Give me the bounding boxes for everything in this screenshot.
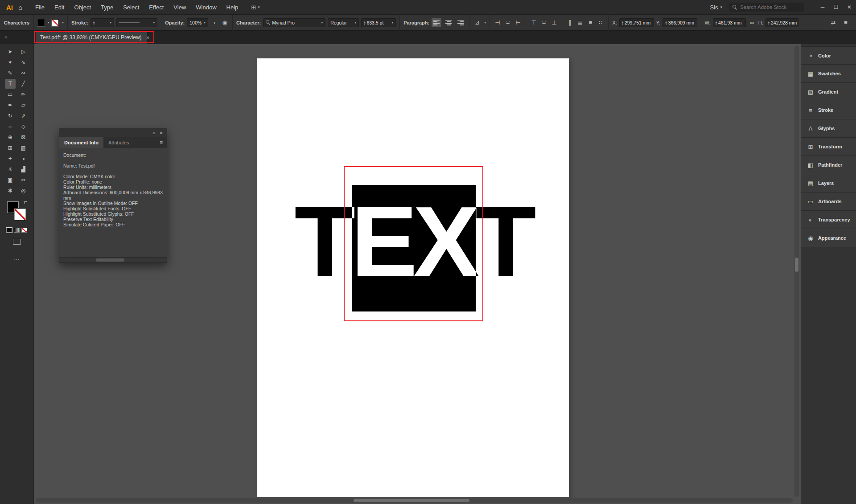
panel-item-color[interactable]: ◑ Color (801, 46, 856, 65)
align-vertical-center-icon[interactable]: ≍ (540, 18, 548, 27)
magic-wand-tool[interactable]: ✶ (5, 57, 16, 67)
chevron-down-icon[interactable]: ▾ (391, 20, 393, 25)
font-style-value[interactable]: Regular (330, 20, 347, 25)
menu-object[interactable]: Object (69, 0, 96, 15)
panel-item-stroke[interactable]: ≡ Stroke (801, 101, 856, 119)
menu-select[interactable]: Select (118, 0, 144, 15)
stroke-color-swatch[interactable] (52, 19, 59, 26)
blend-tool[interactable]: ◑ (18, 154, 29, 164)
home-icon[interactable]: ⌂ (18, 4, 22, 11)
panel-item-glyphs[interactable]: A Glyphs (801, 119, 856, 138)
chevron-down-icon[interactable]: ▾ (110, 20, 111, 25)
menu-file[interactable]: File (30, 0, 49, 15)
horizontal-scrollbar[interactable] (36, 498, 793, 503)
workspace-switcher[interactable]: Sis ▾ (710, 4, 722, 11)
distribute-vertical-icon[interactable]: ≣ (576, 18, 584, 27)
gradient-tool[interactable]: ▨ (18, 143, 29, 153)
align-text-left-button[interactable] (432, 18, 441, 27)
width-tool[interactable]: ⇔ (5, 122, 16, 131)
align-text-center-button[interactable] (444, 18, 453, 27)
menu-view[interactable]: View (169, 0, 191, 15)
tab-document-info[interactable]: Document Info (59, 137, 103, 148)
chevron-down-icon[interactable]: ▾ (204, 20, 206, 25)
color-button[interactable] (6, 228, 12, 233)
maximize-button[interactable]: ☐ (829, 0, 843, 15)
recolor-artwork-icon[interactable]: ◉ (221, 18, 229, 27)
menu-type[interactable]: Type (96, 0, 118, 15)
none-button[interactable] (21, 228, 27, 233)
width-field[interactable]: ▴▾ 461,93 mm (713, 18, 746, 27)
vertical-scrollbar[interactable] (794, 46, 799, 497)
align-horizontal-right-icon[interactable]: ⊢ (514, 18, 522, 27)
font-family-dropdown[interactable]: Myriad Pro ▾ (263, 18, 325, 27)
variable-width-profile-dropdown[interactable]: ▾ (116, 18, 157, 27)
align-options-grid-icon[interactable]: ∷ (597, 18, 605, 27)
text-options-icon[interactable]: ⊿ (473, 18, 481, 27)
align-vertical-top-icon[interactable]: ⊤ (530, 18, 538, 27)
collapse-panels-icon[interactable]: « (4, 34, 7, 40)
opacity-options-arrow-icon[interactable]: › (210, 18, 218, 27)
chevron-down-icon[interactable]: ▾ (484, 20, 486, 25)
panel-resize-grip[interactable] (59, 257, 167, 262)
slice-tool[interactable]: ✂ (18, 175, 29, 185)
artboard[interactable]: TEXT TEXT (257, 58, 569, 497)
symbol-sprayer-tool[interactable]: ✳ (5, 164, 16, 174)
zoom-tool[interactable]: ◎ (18, 186, 29, 196)
stepper-icon[interactable]: ▴▾ (716, 20, 717, 25)
link-dimensions-icon[interactable]: ∞ (748, 18, 756, 27)
stroke-color-indicator[interactable] (14, 209, 26, 220)
search-input[interactable] (740, 4, 798, 10)
align-horizontal-center-icon[interactable]: ≍ (504, 18, 512, 27)
mesh-tool[interactable]: ⊞ (5, 143, 16, 153)
panel-item-gradient[interactable]: ▧ Gradient (801, 83, 856, 101)
font-family-value[interactable]: Myriad Pro (272, 20, 295, 25)
direct-selection-tool[interactable]: ▷ (18, 47, 29, 57)
chevron-down-icon[interactable]: ▾ (321, 20, 323, 25)
x-position-value[interactable]: 299,751 mm (625, 20, 650, 25)
controlbar-menu-icon[interactable]: ≡ (842, 18, 850, 27)
column-graph-tool[interactable]: ▟ (18, 164, 29, 174)
lasso-tool[interactable]: ∿ (18, 57, 29, 67)
edit-toolbar-icon[interactable]: ⋯ (0, 256, 33, 263)
panel-menu-icon[interactable]: ≡ (160, 139, 167, 146)
close-window-button[interactable]: ✕ (843, 0, 856, 15)
panel-item-swatches[interactable]: ▦ Swatches (801, 65, 856, 83)
curvature-tool[interactable]: ∾ (18, 68, 29, 78)
panel-item-pathfinder[interactable]: ◧ Pathfinder (801, 156, 856, 174)
x-position-field[interactable]: ▴▾ 299,751 mm (619, 18, 654, 27)
illustrator-logo[interactable]: Ai (6, 4, 13, 11)
canvas-pasteboard[interactable]: TEXT TEXT « ✕ Document Info Attributes ≡ (34, 44, 801, 504)
swap-fill-stroke-icon[interactable]: ⇄ (24, 200, 27, 205)
panel-item-transform[interactable]: ⊞ Transform (801, 138, 856, 156)
fill-color-swatch[interactable] (37, 19, 45, 26)
panel-item-appearance[interactable]: ◉ Appearance (801, 229, 856, 247)
stepper-icon[interactable]: ▴▾ (622, 20, 623, 25)
stepper-icon[interactable]: ▴▾ (665, 20, 667, 25)
panel-item-transparency[interactable]: ◐ Transparency (801, 211, 856, 229)
eraser-tool[interactable]: ▱ (18, 100, 29, 110)
distribute-horizontal-icon[interactable]: ∥ (566, 18, 574, 27)
eyedropper-tool[interactable]: ✦ (5, 154, 16, 164)
stroke-weight-field[interactable]: ▴▾ ▾ (91, 18, 114, 27)
line-segment-tool[interactable]: ╱ (18, 79, 29, 89)
shape-options-icon[interactable]: ⇄ (829, 18, 837, 27)
stepper-icon[interactable]: ▴▾ (93, 20, 95, 25)
align-horizontal-left-icon[interactable]: ⊣ (494, 18, 502, 27)
chevron-down-icon[interactable]: ▾ (354, 20, 356, 25)
align-vertical-bottom-icon[interactable]: ⊥ (550, 18, 558, 27)
rectangle-tool[interactable]: ▭ (5, 90, 16, 99)
minimize-button[interactable]: ─ (816, 0, 829, 15)
close-panel-icon[interactable]: ✕ (160, 131, 163, 135)
distribute-spacing-icon[interactable]: ≡ (586, 18, 594, 27)
chevron-down-icon[interactable]: ▾ (48, 20, 49, 25)
pen-tool[interactable]: ✎ (5, 68, 16, 78)
opacity-value[interactable]: 100% (189, 20, 202, 25)
close-tab-icon[interactable]: ✕ (146, 35, 150, 40)
panel-item-layers[interactable]: ▤ Layers (801, 174, 856, 193)
height-field[interactable]: ▴▾ 242,928 mm (765, 18, 798, 27)
vertical-scrollbar-thumb[interactable] (795, 258, 798, 272)
chevron-down-icon[interactable]: ▾ (62, 20, 64, 25)
selection-tool[interactable]: ➤ (5, 47, 16, 57)
menu-help[interactable]: Help (222, 0, 243, 15)
opacity-field[interactable]: 100% ▾ (187, 18, 208, 27)
